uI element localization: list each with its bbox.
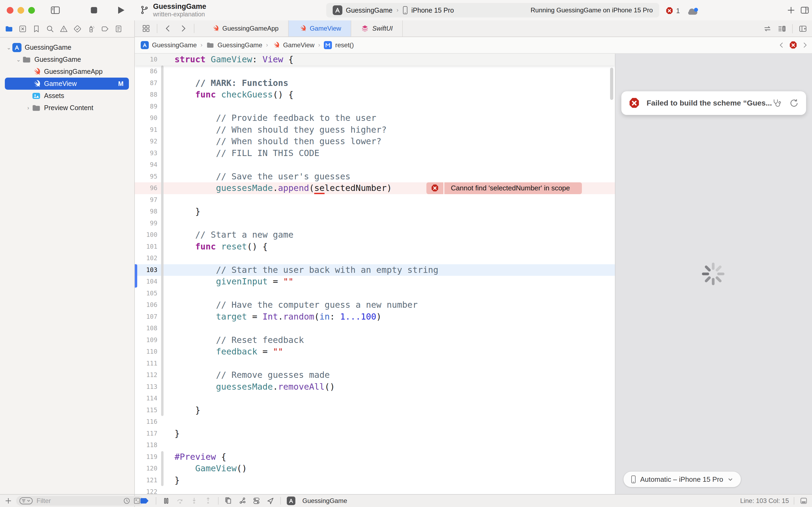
line-number[interactable]: 103 (135, 264, 157, 276)
sidebar-item-preview-content[interactable]: ›Preview Content (0, 102, 134, 114)
line-number[interactable]: 96 (135, 182, 157, 194)
code-text[interactable]: // Start a new game (175, 229, 293, 241)
breadcrumb-item-guessinggame[interactable]: GuessingGame (141, 41, 197, 49)
code-text[interactable]: // Remove guesses made (175, 369, 330, 381)
next-issue-button[interactable] (801, 41, 808, 49)
disclosure-open-icon[interactable]: ⌄ (15, 56, 22, 63)
issues-navigator-icon[interactable] (60, 25, 68, 33)
related-items-icon[interactable] (142, 24, 151, 33)
line-number[interactable]: 116 (135, 416, 157, 428)
source-editor[interactable]: 10 struct GameView: View { 8687 // MARK:… (135, 54, 615, 494)
add-file-button[interactable] (4, 497, 12, 505)
line-number[interactable]: 99 (135, 218, 157, 229)
running-app-icon[interactable] (287, 497, 295, 505)
line-number[interactable]: 115 (135, 404, 157, 416)
code-text[interactable]: feedback = "" (175, 346, 283, 358)
breadcrumb-item-gameview[interactable]: GameView (272, 41, 314, 49)
code-text[interactable]: // Reset feedback (175, 334, 304, 346)
code-line-122[interactable]: 122 (135, 486, 615, 494)
code-line-86[interactable]: 86 (135, 65, 615, 77)
toggle-navigator-button[interactable] (50, 5, 61, 15)
running-app-label[interactable]: GuessingGame (302, 497, 347, 505)
view-hierarchy-icon[interactable] (225, 497, 233, 505)
line-number[interactable]: 100 (135, 229, 157, 241)
run-button[interactable] (115, 5, 126, 15)
swap-editor-icon[interactable] (763, 24, 772, 33)
code-text[interactable]: GameView() (175, 463, 247, 474)
code-line-115[interactable]: 115 } (135, 404, 615, 416)
code-text[interactable]: guessesMade.removeAll() (175, 381, 335, 393)
line-number[interactable]: 112 (135, 369, 157, 381)
breakpoints-navigator-icon[interactable] (101, 25, 109, 33)
code-line-107[interactable]: 107 target = Int.random(in: 1...100) (135, 311, 615, 323)
add-editor-split-icon[interactable] (799, 24, 807, 33)
close-window-button[interactable] (7, 7, 13, 14)
line-number[interactable]: 86 (135, 65, 157, 77)
code-line-119[interactable]: 119#Preview { (135, 451, 615, 463)
code-line-121[interactable]: 121} (135, 474, 615, 486)
line-number[interactable]: 121 (135, 474, 157, 486)
sticky-declaration-row[interactable]: 10 struct GameView: View { (135, 54, 615, 65)
retry-build-icon[interactable] (789, 98, 799, 108)
go-forward-button[interactable] (179, 24, 187, 33)
minimize-window-button[interactable] (17, 7, 24, 14)
line-number[interactable]: 102 (135, 252, 157, 264)
disclosure-closed-icon[interactable]: › (25, 105, 32, 111)
code-line-108[interactable]: 108 (135, 323, 615, 334)
line-number[interactable]: 111 (135, 358, 157, 370)
code-line-101[interactable]: 101 func reset() { (135, 241, 615, 253)
code-line-109[interactable]: 109 // Reset feedback (135, 334, 615, 346)
code-text[interactable]: // Save the user's guesses (175, 171, 350, 183)
code-text[interactable]: // FILL IN THIS CODE (175, 148, 319, 159)
line-number[interactable]: 88 (135, 89, 157, 101)
code-text[interactable]: } (175, 404, 200, 416)
stop-button[interactable] (89, 5, 99, 15)
line-number[interactable]: 113 (135, 381, 157, 393)
tab-gameview[interactable]: GameView (289, 20, 351, 37)
line-number[interactable]: 94 (135, 159, 157, 171)
line-number[interactable]: 10 (135, 54, 157, 65)
code-text[interactable]: struct GameView: View { (175, 54, 293, 65)
error-badge-icon[interactable] (665, 7, 674, 15)
code-text[interactable]: // MARK: Functions (175, 77, 288, 89)
editor-scrollbar[interactable] (610, 68, 613, 100)
code-line-91[interactable]: 91 // When should they guess higher? (135, 124, 615, 136)
code-line-120[interactable]: 120 GameView() (135, 463, 615, 474)
toggle-debug-area-icon[interactable] (799, 497, 808, 505)
code-text[interactable]: // When should then guess lower? (175, 135, 382, 148)
code-line-113[interactable]: 113 guessesMade.removeAll() (135, 381, 615, 393)
code-text[interactable]: } (175, 474, 180, 486)
line-number[interactable]: 108 (135, 323, 157, 334)
code-text[interactable]: } (175, 206, 200, 218)
code-line-114[interactable]: 114 (135, 393, 615, 404)
line-number[interactable]: 91 (135, 124, 157, 136)
recent-files-icon[interactable] (123, 497, 130, 505)
tests-navigator-icon[interactable] (73, 25, 81, 33)
code-text[interactable]: // When should they guess higher? (175, 124, 387, 136)
build-failure-banner[interactable]: Failed to build the scheme “Gues... (621, 91, 806, 115)
code-line-100[interactable]: 100 // Start a new game (135, 229, 615, 241)
code-line-103[interactable]: 103 // Start the user back with an empty… (135, 264, 615, 276)
sidebar-item-guessinggame[interactable]: ⌄GuessingGame (0, 53, 134, 65)
tab-guessinggameapp[interactable]: GuessingGameApp (201, 20, 289, 37)
code-line-105[interactable]: 105 (135, 288, 615, 299)
code-line-88[interactable]: 88 func checkGuess() { (135, 89, 615, 101)
diagnostics-icon[interactable] (772, 98, 782, 108)
filter-input[interactable] (36, 497, 120, 505)
code-line-112[interactable]: 112 // Remove guesses made (135, 369, 615, 381)
issue-badge-icon[interactable] (789, 41, 798, 49)
scheme-status-bar[interactable]: GuessingGame › iPhone 15 Pro Running Gue… (326, 3, 659, 17)
reports-navigator-icon[interactable] (114, 25, 123, 33)
line-number[interactable]: 114 (135, 393, 157, 404)
code-text[interactable]: // Have the computer guess a new number (175, 299, 417, 311)
code-text[interactable]: givenInput = "" (175, 276, 293, 288)
debug-navigator-icon[interactable] (87, 25, 95, 33)
filter-field[interactable] (16, 496, 143, 506)
code-line-97[interactable]: 97 (135, 194, 615, 206)
line-number[interactable]: 89 (135, 101, 157, 113)
code-text[interactable]: func checkGuess() { (175, 89, 293, 101)
line-number[interactable]: 122 (135, 486, 157, 494)
code-line-98[interactable]: 98 } (135, 206, 615, 218)
line-number[interactable]: 92 (135, 135, 157, 148)
project-navigator-icon[interactable] (5, 25, 13, 33)
